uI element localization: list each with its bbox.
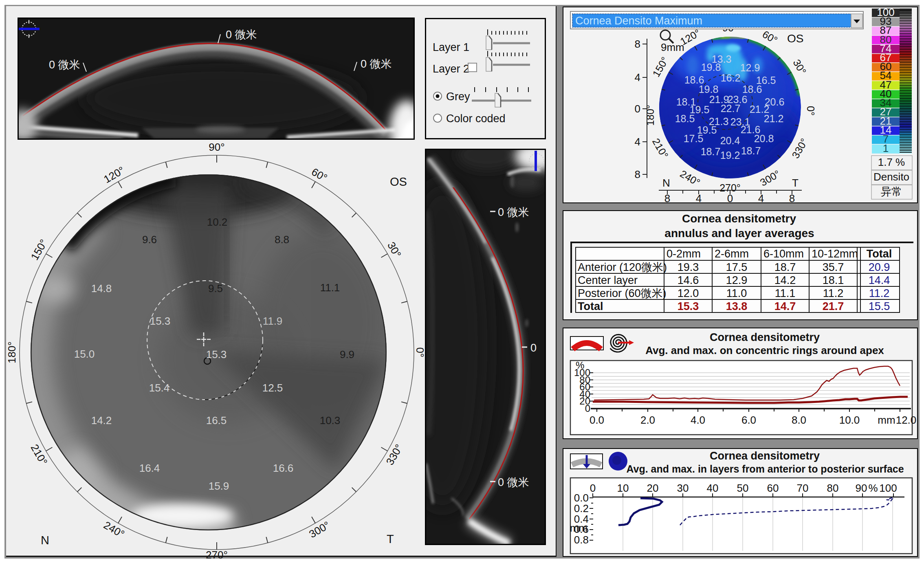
svg-text:18.7: 18.7 [774, 261, 796, 273]
svg-text:1.7 %: 1.7 % [878, 156, 905, 168]
svg-text:8.8: 8.8 [275, 233, 289, 246]
svg-text:Posterior (60微米): Posterior (60微米) [578, 287, 667, 299]
svg-text:0: 0 [635, 103, 640, 115]
svg-text:240°: 240° [101, 519, 127, 541]
svg-text:11.0: 11.0 [726, 287, 747, 299]
svg-text:Densito: Densito [873, 171, 909, 183]
svg-text:0.0: 0.0 [590, 414, 604, 426]
svg-text:9.6: 9.6 [142, 233, 157, 246]
svg-text:Color coded: Color coded [446, 112, 506, 125]
svg-text:0°: 0° [805, 106, 816, 116]
svg-text:10-12mm: 10-12mm [812, 248, 858, 260]
svg-text:11.1: 11.1 [320, 282, 340, 294]
svg-text:16.4: 16.4 [139, 462, 160, 474]
svg-text:19.8: 19.8 [699, 84, 719, 95]
svg-text:Total: Total [578, 300, 603, 312]
svg-text:16.2: 16.2 [721, 72, 741, 84]
svg-text:0: 0 [727, 192, 733, 202]
svg-text:14.2: 14.2 [774, 274, 796, 286]
svg-text:11.1: 11.1 [775, 287, 796, 299]
svg-text:Layer 2: Layer 2 [433, 63, 469, 75]
svg-text:11.9: 11.9 [263, 315, 283, 327]
svg-text:mm: mm [878, 414, 895, 426]
svg-text:15.9: 15.9 [209, 480, 229, 492]
svg-text:18.7: 18.7 [701, 146, 721, 157]
svg-text:14.6: 14.6 [678, 274, 699, 286]
svg-text:60: 60 [767, 482, 779, 494]
svg-text:9.9: 9.9 [340, 348, 354, 361]
svg-text:Cornea Densito Maximum: Cornea Densito Maximum [575, 15, 702, 27]
svg-text:6-10mm: 6-10mm [763, 248, 804, 260]
svg-text:150°: 150° [29, 237, 50, 262]
svg-text:10.2: 10.2 [207, 216, 228, 228]
svg-text:4: 4 [635, 71, 640, 84]
svg-text:%: % [868, 482, 878, 494]
svg-text:14.8: 14.8 [91, 282, 112, 295]
svg-text:13.8: 13.8 [726, 300, 748, 312]
svg-text:120°: 120° [101, 164, 127, 186]
svg-text:OS: OS [787, 32, 803, 45]
svg-text:180°: 180° [6, 341, 18, 363]
svg-text:N: N [662, 177, 670, 189]
svg-text:11.2: 11.2 [823, 287, 844, 299]
svg-text:40: 40 [707, 482, 719, 494]
svg-text:0 微米: 0 微米 [361, 58, 392, 70]
svg-text:15.3: 15.3 [206, 348, 227, 361]
svg-text:20: 20 [647, 482, 659, 494]
svg-text:14.4: 14.4 [869, 274, 890, 286]
svg-text:T: T [792, 177, 799, 189]
svg-text:19.8: 19.8 [701, 62, 721, 73]
svg-text:8: 8 [635, 168, 640, 180]
svg-text:100: 100 [879, 482, 897, 494]
svg-text:异常: 异常 [881, 185, 902, 198]
svg-text:180°: 180° [645, 105, 656, 126]
svg-text:15.0: 15.0 [74, 348, 95, 360]
svg-text:0: 0 [530, 342, 537, 354]
svg-text:270°: 270° [206, 549, 228, 561]
svg-text:12.5: 12.5 [262, 382, 283, 394]
svg-text:18.1: 18.1 [823, 274, 844, 286]
svg-text:11.2: 11.2 [869, 287, 890, 299]
svg-text:Cornea densitometry: Cornea densitometry [682, 212, 796, 225]
svg-text:210°: 210° [29, 442, 50, 467]
svg-text:15.3: 15.3 [678, 300, 699, 312]
svg-text:10: 10 [617, 482, 629, 494]
svg-text:20.8: 20.8 [754, 133, 774, 144]
svg-text:70: 70 [797, 482, 809, 494]
svg-text:21.7: 21.7 [823, 300, 844, 312]
svg-text:18.7: 18.7 [741, 145, 761, 156]
svg-text:Avg. and max. in layers from a: Avg. and max. in layers from anterior to… [626, 463, 904, 475]
svg-text:0-2mm: 0-2mm [667, 248, 701, 260]
svg-text:8: 8 [789, 192, 795, 202]
svg-text:Anterior (120微米): Anterior (120微米) [578, 261, 667, 273]
svg-text:18.6: 18.6 [742, 84, 762, 95]
svg-text:20.4: 20.4 [720, 135, 740, 146]
svg-text:16.5: 16.5 [206, 414, 227, 427]
svg-text:annulus and layer averages: annulus and layer averages [664, 227, 814, 240]
svg-text:10.3: 10.3 [320, 414, 341, 427]
svg-text:30°: 30° [385, 240, 404, 260]
svg-text:80: 80 [827, 482, 839, 494]
svg-text:15.5: 15.5 [869, 300, 890, 312]
svg-text:4.0: 4.0 [691, 414, 705, 426]
svg-text:17.5: 17.5 [726, 261, 748, 273]
svg-text:0 微米: 0 微米 [226, 29, 257, 41]
svg-text:Cornea densitometry: Cornea densitometry [710, 331, 820, 343]
svg-text:4: 4 [758, 192, 764, 202]
svg-text:mm: mm [570, 522, 587, 534]
svg-text:Total: Total [867, 248, 892, 260]
svg-text:15.4: 15.4 [149, 382, 170, 394]
svg-text:21.2: 21.2 [764, 113, 784, 124]
svg-text:60°: 60° [761, 28, 780, 46]
svg-text:35.7: 35.7 [823, 261, 844, 273]
svg-text:OS: OS [390, 175, 407, 188]
svg-text:Layer 1: Layer 1 [433, 41, 469, 53]
svg-text:0: 0 [590, 482, 596, 494]
svg-text:0.8: 0.8 [574, 534, 589, 546]
svg-text:T: T [387, 532, 394, 545]
svg-text:12.0: 12.0 [678, 287, 699, 299]
svg-text:4: 4 [635, 136, 640, 148]
svg-text:12.0: 12.0 [896, 414, 917, 426]
svg-text:22.7: 22.7 [721, 103, 741, 114]
svg-text:N: N [41, 534, 49, 547]
